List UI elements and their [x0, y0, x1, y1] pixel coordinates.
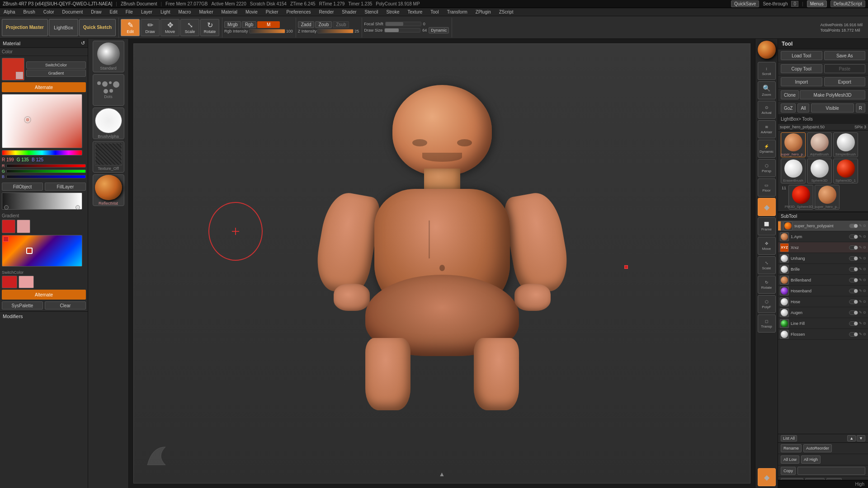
gradient-button[interactable]: Gradient [26, 70, 86, 77]
refresh-icon[interactable]: ↺ [81, 40, 85, 46]
move-nav-button[interactable]: ✥ Move [758, 237, 776, 255]
persp-button[interactable]: ⬡ Persp [758, 159, 776, 177]
menu-file[interactable]: File [124, 9, 135, 14]
canvas-area[interactable]: ▲ [129, 39, 755, 488]
fill-layer-button[interactable]: FillLayer [45, 183, 86, 191]
actual-button[interactable]: ⊙ Actual [758, 101, 776, 119]
dots-brush-thumb[interactable]: Dots [93, 74, 124, 106]
move-up-button[interactable]: ▲ [847, 435, 856, 441]
menu-texture[interactable]: Texture [406, 9, 424, 14]
menu-stroke[interactable]: Stroke [385, 9, 401, 14]
edit-button[interactable]: ✎ Edit [121, 19, 140, 36]
polyf-button[interactable]: ⬡ PolyF [758, 295, 776, 313]
standard-brush-thumb[interactable]: Standard [93, 41, 124, 72]
paste-tool-button[interactable]: Paste [824, 64, 866, 73]
active-material-sphere[interactable] [758, 41, 776, 59]
menu-preferences[interactable]: Preferences [285, 9, 313, 14]
menu-zplugin[interactable]: ZPlugin [474, 9, 493, 14]
subtool-item-flossen[interactable]: Flossen ✎⊙ [778, 329, 868, 340]
menu-layer[interactable]: Layer [139, 9, 154, 14]
menu-picker[interactable]: Picker [264, 9, 280, 14]
pm3d-sphere-thumb[interactable]: PM3D_Sphere3D_1 [788, 185, 813, 210]
menu-brush[interactable]: Brush [22, 9, 37, 14]
floor-button[interactable]: ▭ Floor [758, 178, 776, 197]
load-tool-button[interactable]: Load Tool [781, 51, 822, 60]
subtool-item-brillenband[interactable]: Brillenband ✎⊙ [778, 275, 868, 286]
rgb-button[interactable]: Rgb [242, 21, 256, 28]
menu-edit[interactable]: Edit [108, 9, 119, 14]
subtool-item-hose[interactable]: Hose ✎⊙ [778, 296, 868, 307]
texture-off-thumb[interactable]: Texture_Off [93, 141, 124, 173]
make-polymesh-button[interactable]: Make PolyMesh3D [800, 90, 865, 99]
simple-brush-thumb[interactable]: SimpleBrush [833, 132, 858, 157]
menu-material[interactable]: Material [220, 9, 240, 14]
move-down-button[interactable]: ▼ [857, 435, 865, 441]
copy-subtool-button[interactable]: Copy [781, 467, 796, 475]
gradient-bar[interactable] [2, 192, 82, 210]
eraser-brush-thumb[interactable]: EraserBrush [781, 159, 806, 183]
menu-light[interactable]: Light [159, 9, 172, 14]
subtool-item-augen[interactable]: Augen ✎⊙ [778, 307, 868, 318]
projection-master-button[interactable]: Projection Master [2, 19, 48, 36]
rotate-button[interactable]: ↻ Rotate [200, 19, 219, 36]
sphere3d-1-thumb[interactable]: Sphere3D_1 [833, 159, 858, 183]
menu-document[interactable]: Document [61, 9, 85, 14]
dynamic-nav-button[interactable]: ⚡ Dynamic [758, 140, 776, 158]
color-picker[interactable] [2, 94, 82, 148]
b-slider[interactable] [6, 175, 86, 178]
scroll-button[interactable]: ↕ Scroll [758, 62, 776, 80]
large-color-picker[interactable] [2, 235, 82, 267]
menu-alpha[interactable]: Alpha [2, 9, 17, 14]
rename-button[interactable]: Rename [781, 444, 802, 452]
super-hero-2-thumb[interactable]: super_hero_p... [815, 185, 840, 210]
scale-button[interactable]: ⤡ Scale [180, 19, 199, 36]
draw-button[interactable]: ✏ Draw [141, 19, 160, 36]
menu-tool[interactable]: Tool [429, 9, 440, 14]
hue-bar[interactable] [2, 150, 82, 155]
clear-button[interactable]: Clear [45, 301, 86, 310]
mrgb-button[interactable]: Mrgb [224, 21, 241, 28]
all-button[interactable]: All [797, 103, 809, 113]
copy-tool-button[interactable]: Copy Tool [781, 64, 822, 73]
quick-sketch-button[interactable]: Quick Sketch [79, 19, 116, 36]
save-as-button[interactable]: Save As [824, 51, 866, 60]
menu-macro[interactable]: Macro [177, 9, 193, 14]
g-slider[interactable] [6, 169, 86, 173]
fill-object-button[interactable]: FillObject [2, 183, 43, 191]
gradient-swatch-2[interactable] [17, 220, 30, 233]
export-button[interactable]: Export [824, 77, 866, 86]
subtool-item-brille[interactable]: Brille ✎⊙ [778, 264, 868, 275]
alpha-brush-thumb[interactable]: AlphaBrush [807, 132, 832, 157]
all-low-button[interactable]: All Low [781, 455, 799, 464]
gradient-swatch-1[interactable] [2, 220, 15, 233]
menu-transform[interactable]: Transform [445, 9, 469, 14]
subtool-item-linefill[interactable]: Line Fill ✎⊙ [778, 318, 868, 329]
move-button[interactable]: ✥ Move [160, 19, 179, 36]
aahair-button[interactable]: ≋ AAHair [758, 120, 776, 138]
subtool-item-hosenband[interactable]: Hosenband ✎⊙ [778, 286, 868, 296]
goz-button[interactable]: GoZ [781, 103, 796, 113]
switchcolor-swatch2[interactable] [19, 276, 34, 288]
brush-alpha-thumb[interactable]: BrushAlpha [93, 108, 124, 139]
r-button[interactable]: R [856, 103, 865, 113]
menu-zscript[interactable]: ZScript [497, 9, 515, 14]
frame-button[interactable]: ⬜ Frame [758, 217, 776, 235]
auto-reorder-button[interactable]: AutoReorder [803, 444, 832, 452]
r-slider[interactable] [6, 164, 86, 168]
menus-button[interactable]: Menus [807, 0, 827, 7]
list-all-button[interactable]: List All [781, 435, 797, 441]
sphere3d-thumb[interactable]: Sphere3D [807, 159, 832, 183]
menu-color[interactable]: Color [42, 9, 56, 14]
lightbox-tools-label[interactable]: LightBox> Tools [781, 117, 813, 122]
subtool-item-xyz[interactable]: XYZ Xrxz ✎⊙ [778, 242, 868, 253]
menu-shader[interactable]: Shader [340, 9, 358, 14]
default-zscript-button[interactable]: DefaultZScript [830, 0, 865, 7]
zsub-button[interactable]: Zsub [333, 21, 349, 28]
solo-button[interactable]: ◆ [758, 468, 776, 486]
quick-save-button[interactable]: QuickSave [731, 0, 759, 7]
menu-render[interactable]: Render [317, 9, 336, 14]
subtool-item-unhang[interactable]: Unhang ✎⊙ [778, 253, 868, 264]
menu-movie[interactable]: Movie [244, 9, 259, 14]
ref-mat-thumb[interactable]: ReflectMat [93, 174, 124, 206]
clone-button[interactable]: Clone [781, 90, 799, 99]
